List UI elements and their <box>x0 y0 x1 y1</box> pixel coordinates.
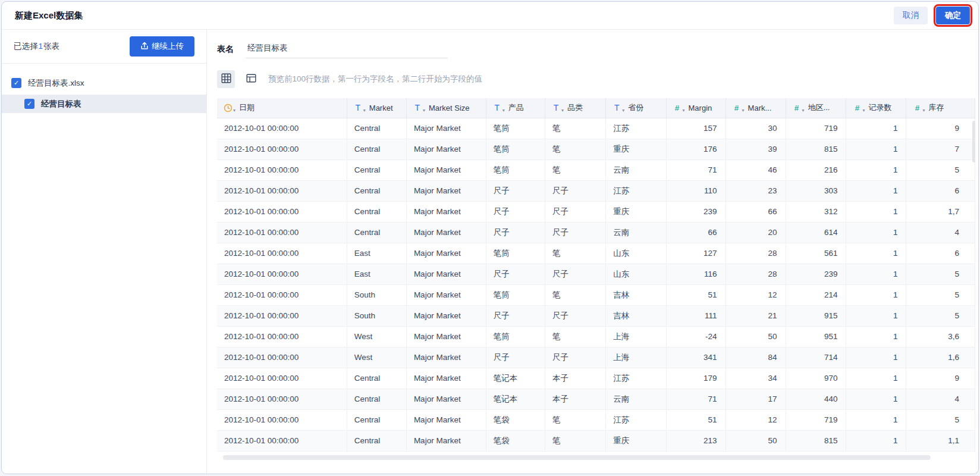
column-header-8[interactable]: #▾Mark... <box>725 98 786 118</box>
column-label: 省份 <box>628 102 643 113</box>
table-cell: 上海 <box>606 347 666 368</box>
table-cell: 2012-10-01 00:00:00 <box>217 139 347 159</box>
table-cell: 50 <box>725 430 786 451</box>
vertical-scrollbar[interactable] <box>972 121 975 162</box>
table-cell: Major Market <box>406 430 486 451</box>
table-cell: 尺子 <box>486 180 545 201</box>
column-header-10[interactable]: #▾记录数 <box>846 98 906 118</box>
continue-upload-button[interactable]: 继续上传 <box>130 36 194 57</box>
grid-view-button[interactable] <box>217 70 235 88</box>
table-cell: 笔筒 <box>486 243 545 264</box>
table-row: 2012-10-01 00:00:00SouthMajor Market尺子尺子… <box>217 305 975 326</box>
file-item[interactable]: ✓ 经营目标表.xlsx <box>2 74 206 92</box>
table-cell: 71 <box>666 159 725 180</box>
column-header-7[interactable]: #▾Margin <box>666 98 725 118</box>
column-header-9[interactable]: #▾地区... <box>786 98 846 118</box>
table-cell: 1 <box>846 368 906 389</box>
table-cell: 尺子 <box>486 305 545 326</box>
table-cell: 30 <box>725 118 786 139</box>
table-row: 2012-10-01 00:00:00CentralMajor Market笔筒… <box>217 159 975 180</box>
text-type-icon: T <box>353 103 363 112</box>
table-cell: -24 <box>666 326 725 347</box>
table-cell: 20 <box>725 222 786 243</box>
column-header-4[interactable]: T▾产品 <box>486 98 545 118</box>
column-label: 日期 <box>239 102 255 113</box>
table-cell: 815 <box>786 430 846 451</box>
table-cell: 1 <box>846 409 906 430</box>
table-cell: Central <box>347 118 406 139</box>
column-header-5[interactable]: T▾品类 <box>545 98 606 118</box>
column-header-1[interactable]: ▾日期 <box>217 98 347 118</box>
table-cell: 2012-10-01 00:00:00 <box>217 180 347 201</box>
column-dropdown-caret-icon[interactable]: ▾ <box>622 108 624 113</box>
table-cell: 笔 <box>545 284 606 305</box>
column-label: Market <box>369 104 393 112</box>
table-cell: 笔 <box>545 118 606 139</box>
table-cell: 笔 <box>545 326 606 347</box>
column-header-2[interactable]: T▾Market <box>347 98 406 118</box>
column-dropdown-caret-icon[interactable]: ▾ <box>561 108 564 113</box>
table-cell: 笔筒 <box>486 326 545 347</box>
column-label: 品类 <box>567 102 583 113</box>
table-cell: 614 <box>786 222 846 243</box>
table-cell: 1,1 <box>906 430 975 451</box>
sheet-checkbox[interactable]: ✓ <box>24 99 34 109</box>
table-cell: 江苏 <box>606 118 666 139</box>
column-dropdown-caret-icon[interactable]: ▾ <box>742 108 745 113</box>
table-cell: Major Market <box>406 139 486 159</box>
table-cell: Central <box>347 389 406 409</box>
table-cell: Central <box>347 409 406 430</box>
table-row: 2012-10-01 00:00:00WestMajor Market笔筒笔上海… <box>217 326 975 347</box>
table-cell: Major Market <box>406 305 486 326</box>
column-dropdown-caret-icon[interactable]: ▾ <box>233 108 235 113</box>
table-cell: 719 <box>786 409 846 430</box>
table-cell: 2012-10-01 00:00:00 <box>217 118 347 139</box>
table-cell: 笔筒 <box>486 284 545 305</box>
table-cell: 1 <box>846 243 906 264</box>
table-cell: 2012-10-01 00:00:00 <box>217 347 347 368</box>
column-dropdown-caret-icon[interactable]: ▾ <box>922 108 925 113</box>
table-cell: 笔筒 <box>486 118 545 139</box>
table-cell: Major Market <box>406 201 486 222</box>
column-dropdown-caret-icon[interactable]: ▾ <box>423 108 425 113</box>
column-dropdown-caret-icon[interactable]: ▾ <box>862 108 865 113</box>
table-cell: 127 <box>666 243 725 264</box>
table-cell: 116 <box>666 264 725 284</box>
cancel-button[interactable]: 取消 <box>894 7 928 24</box>
table-cell: 尺子 <box>486 222 545 243</box>
table-cell: 江苏 <box>606 368 666 389</box>
confirm-button[interactable]: 确定 <box>936 7 970 24</box>
table-cell: 1 <box>846 118 906 139</box>
column-header-6[interactable]: T▾省份 <box>606 98 666 118</box>
table-cell: 1 <box>846 284 906 305</box>
table-cell: 5 <box>906 284 975 305</box>
table-cell: Major Market <box>406 409 486 430</box>
table-cell: 尺子 <box>545 180 606 201</box>
table-cell: 本子 <box>545 389 606 409</box>
table-cell: 46 <box>725 159 786 180</box>
file-checkbox[interactable]: ✓ <box>11 78 21 88</box>
table-cell: 重庆 <box>606 139 666 159</box>
column-dropdown-caret-icon[interactable]: ▾ <box>802 108 805 113</box>
table-cell: Major Market <box>406 284 486 305</box>
sheet-item-selected[interactable]: ✓ 经营目标表 <box>2 95 206 113</box>
preview-panel: 表名 经营目标表 <box>207 30 978 474</box>
table-row: 2012-10-01 00:00:00EastMajor Market尺子尺子山… <box>217 264 975 284</box>
column-dropdown-caret-icon[interactable]: ▾ <box>502 108 505 113</box>
table-cell: 9 <box>906 118 975 139</box>
layout-view-button[interactable] <box>242 70 260 88</box>
column-header-3[interactable]: T▾Market Size <box>406 98 486 118</box>
text-type-icon: T <box>492 103 502 112</box>
table-cell: 2012-10-01 00:00:00 <box>217 201 347 222</box>
horizontal-scrollbar[interactable] <box>223 455 931 460</box>
table-cell: 尺子 <box>545 201 606 222</box>
column-header-11[interactable]: #▾库存 <box>906 98 975 118</box>
column-dropdown-caret-icon[interactable]: ▾ <box>363 108 366 113</box>
table-row: 2012-10-01 00:00:00CentralMajor Market尺子… <box>217 222 975 243</box>
column-dropdown-caret-icon[interactable]: ▾ <box>683 108 685 113</box>
table-name-input[interactable]: 经营目标表 <box>246 43 448 58</box>
table-cell: 尺子 <box>545 305 606 326</box>
upload-icon <box>140 42 149 52</box>
table-cell: 66 <box>666 222 725 243</box>
table-cell: 213 <box>666 430 725 451</box>
